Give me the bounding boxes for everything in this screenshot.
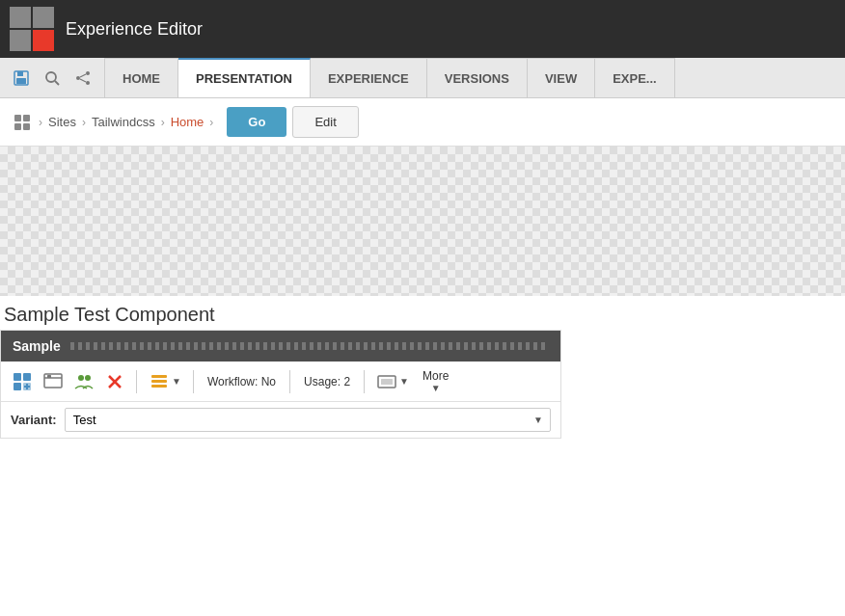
- sort-dropdown[interactable]: ▼: [145, 369, 185, 394]
- more-button[interactable]: More ▼: [417, 367, 454, 395]
- tab-bar-icons: [0, 58, 105, 97]
- component-toolbar: ▼ Workflow: No Usage: 2 ▼ More ▼: [1, 362, 560, 402]
- workflow-label: Workflow: No: [202, 375, 282, 388]
- tab-presentation[interactable]: PRESENTATION: [178, 58, 311, 97]
- svg-rect-13: [23, 123, 30, 130]
- svg-point-6: [86, 71, 90, 75]
- svg-point-7: [86, 81, 90, 85]
- edit-button[interactable]: Edit: [292, 106, 358, 138]
- breadcrumb-sep-4: ›: [209, 116, 213, 129]
- share-icon[interactable]: [69, 65, 96, 92]
- delete-button[interactable]: [101, 368, 128, 395]
- breadcrumb-sites[interactable]: Sites: [48, 115, 76, 129]
- tab-experience[interactable]: EXPERIENCE: [311, 58, 427, 97]
- toolbar-divider-3: [289, 370, 290, 393]
- svg-point-5: [76, 76, 80, 80]
- breadcrumb-sep-2: ›: [82, 116, 86, 129]
- go-button[interactable]: Go: [227, 107, 286, 137]
- svg-line-8: [80, 74, 86, 77]
- app-title: Experience Editor: [66, 19, 203, 40]
- variant-row: Variant: Test ▼: [1, 402, 560, 438]
- top-bar: Experience Editor: [0, 0, 845, 58]
- usage-label: Usage: 2: [298, 375, 356, 388]
- svg-rect-12: [14, 123, 21, 130]
- search-icon[interactable]: [39, 65, 66, 92]
- svg-rect-28: [151, 380, 167, 383]
- breadcrumb-sep-1: ›: [39, 116, 42, 129]
- save-icon[interactable]: [8, 65, 35, 92]
- variant-select-wrapper: Test ▼: [65, 408, 551, 432]
- remove-component-button[interactable]: [40, 368, 67, 395]
- component-section: Sample Test Component Sample: [0, 296, 845, 439]
- tab-versions[interactable]: VERSIONS: [427, 58, 528, 97]
- svg-point-3: [46, 72, 56, 82]
- personalize-button[interactable]: [70, 368, 97, 395]
- svg-rect-2: [16, 78, 26, 84]
- content-area: [0, 147, 845, 296]
- component-header: Sample: [1, 331, 560, 362]
- svg-rect-1: [17, 71, 23, 76]
- tab-bar: HOME PRESENTATION EXPERIENCE VERSIONS VI…: [0, 58, 845, 98]
- svg-point-23: [78, 375, 84, 381]
- variant-select[interactable]: Test: [65, 408, 551, 432]
- component-title: Sample Test Component: [0, 296, 845, 330]
- component-header-label: Sample: [13, 338, 61, 354]
- svg-rect-15: [23, 373, 31, 381]
- placeholder-dropdown[interactable]: ▼: [372, 369, 413, 394]
- svg-rect-22: [47, 375, 51, 378]
- svg-rect-16: [14, 383, 21, 390]
- component-panel: Sample: [0, 330, 561, 439]
- toolbar-divider-1: [136, 370, 137, 393]
- logo: [10, 7, 54, 51]
- tab-expe[interactable]: EXPE...: [595, 58, 675, 97]
- toolbar-divider-4: [364, 370, 365, 393]
- more-arrow-icon: ▼: [431, 383, 441, 393]
- breadcrumb-home[interactable]: Home: [171, 115, 204, 129]
- breadcrumb-home-icon: [12, 112, 33, 133]
- svg-rect-20: [44, 374, 62, 388]
- svg-line-9: [80, 79, 86, 82]
- sort-arrow-icon: ▼: [172, 376, 181, 387]
- breadcrumb-sep-3: ›: [161, 116, 165, 129]
- drag-handle: [70, 342, 549, 350]
- toolbar-divider-2: [193, 370, 194, 393]
- svg-line-4: [55, 81, 59, 85]
- variant-label: Variant:: [11, 413, 57, 427]
- svg-point-24: [85, 375, 91, 381]
- placeholder-arrow-icon: ▼: [399, 376, 409, 387]
- svg-rect-14: [14, 373, 21, 381]
- more-label: More: [422, 369, 449, 383]
- svg-rect-31: [381, 379, 393, 385]
- tab-view[interactable]: VIEW: [528, 58, 595, 97]
- breadcrumb-tailwindcss[interactable]: Tailwindcss: [92, 115, 155, 129]
- svg-rect-11: [23, 115, 30, 121]
- tab-home[interactable]: HOME: [105, 58, 178, 97]
- svg-rect-27: [151, 375, 167, 378]
- svg-rect-29: [151, 385, 167, 388]
- add-component-button[interactable]: [9, 368, 36, 395]
- svg-rect-10: [14, 115, 21, 121]
- breadcrumb-bar: › Sites › Tailwindcss › Home › Go Edit: [0, 98, 845, 147]
